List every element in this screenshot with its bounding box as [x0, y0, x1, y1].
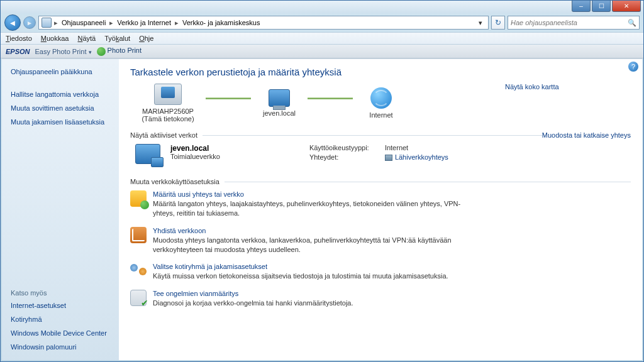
- menu-edit[interactable]: Muokkaa: [41, 35, 69, 42]
- active-network-type: Toimialueverkko: [170, 153, 220, 160]
- active-network-details: Käyttöoikeustyyppi: Internet Yhteydet: L…: [309, 144, 448, 163]
- task-connect-network-link[interactable]: Yhdistä verkkoon: [153, 227, 480, 234]
- access-type-label: Käyttöoikeustyyppi:: [309, 144, 385, 151]
- breadcrumb-level1[interactable]: Verkko ja Internet: [116, 19, 172, 26]
- task-homegroup-desc: Käytä muissa verkon tietokoneissa sijait…: [153, 272, 448, 281]
- tasks-list: Määritä uusi yhteys tai verkko Määritä l…: [130, 190, 631, 308]
- show-full-map-link[interactable]: Näytä koko kartta: [505, 83, 559, 90]
- content-area: Ohjauspaneelin pääikkuna Hallitse langat…: [2, 58, 642, 360]
- control-panel-icon: [42, 18, 52, 28]
- active-network-row: jeven.local Toimialueverkko Käyttöoikeus…: [135, 144, 631, 164]
- menu-view[interactable]: Näytä: [77, 35, 96, 42]
- task-homegroup-link[interactable]: Valitse kotiryhmä ja jakamisasetukset: [153, 263, 448, 270]
- sidebar-item-adapter-settings[interactable]: Muuta sovittimen asetuksia: [11, 104, 113, 112]
- photo-print-button[interactable]: Photo Print: [97, 47, 142, 55]
- close-button[interactable]: ✕: [612, 1, 641, 12]
- topo-pc-sub: (Tämä tietokone): [130, 115, 206, 123]
- lan-icon: [385, 155, 392, 161]
- sidebar-item-advanced-sharing[interactable]: Muuta jakamisen lisäasetuksia: [11, 118, 113, 126]
- maximize-button[interactable]: ☐: [592, 1, 611, 12]
- nav-back-button[interactable]: ◄: [4, 14, 21, 31]
- setup-connection-icon: [130, 190, 147, 207]
- change-settings-header: Muuta verkkokäyttöasetuksia: [130, 178, 631, 185]
- task-connect-network: Yhdistä verkkoon Muodosta yhteys langato…: [130, 227, 631, 255]
- chevron-down-icon: ▾: [89, 49, 92, 55]
- task-troubleshoot: Tee ongelmien vianmääritys Diagnosoi ja …: [130, 290, 631, 308]
- active-network-info: jeven.local Toimialueverkko: [170, 144, 220, 160]
- task-setup-connection-link[interactable]: Määritä uusi yhteys tai verkko: [153, 190, 480, 198]
- network-icon: [269, 89, 290, 107]
- task-troubleshoot-link[interactable]: Tee ongelmien vianmääritys: [153, 290, 353, 297]
- computer-icon: [154, 84, 182, 105]
- refresh-button[interactable]: ↻: [491, 16, 505, 30]
- connect-disconnect-link[interactable]: Muodosta tai katkaise yhteys: [542, 131, 631, 139]
- minimize-button[interactable]: –: [572, 1, 591, 12]
- change-settings-label: Muuta verkkokäyttöasetuksia: [130, 178, 219, 185]
- search-input[interactable]: Hae ohjauspaneelista 🔍: [508, 16, 640, 30]
- sidebar: Ohjauspaneelin pääikkuna Hallitse langat…: [2, 59, 119, 360]
- search-placeholder: Hae ohjauspaneelista: [511, 19, 577, 26]
- domain-network-icon: [135, 144, 160, 164]
- nav-forward-button[interactable]: ►: [23, 16, 36, 29]
- topo-domain-label: jeven.local: [251, 109, 308, 117]
- epson-brand: EPSON: [6, 48, 30, 55]
- photo-print-icon: [97, 47, 106, 56]
- address-bar[interactable]: ▸ Ohjauspaneeli ▸ Verkko ja Internet ▸ V…: [38, 16, 489, 30]
- breadcrumb-level2[interactable]: Verkko- ja jakamiskeskus: [181, 19, 262, 26]
- window-controls: – ☐ ✕: [570, 1, 641, 12]
- epson-toolbar: EPSON Easy Photo Print ▾ Photo Print: [1, 45, 643, 58]
- divider: [225, 182, 631, 182]
- connection-link[interactable]: Lähiverkkoyhteys: [385, 153, 448, 161]
- sidebar-item-control-panel-home[interactable]: Ohjauspaneelin pääikkuna: [11, 68, 113, 75]
- see-also-homegroup[interactable]: Kotiryhmä: [11, 315, 113, 323]
- topo-internet: Internet: [353, 87, 409, 119]
- window-frame: – ☐ ✕ ◄ ► ▸ Ohjauspaneeli ▸ Verkko ja In…: [0, 0, 644, 362]
- active-networks-header: Näytä aktiiviset verkot Muodosta tai kat…: [130, 131, 631, 139]
- connect-network-icon: [130, 227, 147, 243]
- globe-icon: [370, 87, 392, 109]
- see-also-internet-options[interactable]: Internet-asetukset: [11, 302, 113, 309]
- topo-internet-label: Internet: [353, 111, 409, 119]
- connections-label: Yhteydet:: [309, 153, 385, 161]
- sidebar-item-manage-wireless[interactable]: Hallitse langattomia verkkoja: [11, 90, 113, 98]
- nav-bar: ◄ ► ▸ Ohjauspaneeli ▸ Verkko ja Internet…: [1, 13, 643, 32]
- homegroup-icon: [130, 263, 147, 279]
- menu-tools[interactable]: Työkalut: [104, 35, 130, 42]
- titlebar[interactable]: – ☐ ✕: [1, 1, 643, 13]
- chevron-right-icon: ▸: [54, 19, 58, 27]
- easy-photo-print-menu[interactable]: Easy Photo Print ▾: [35, 48, 92, 55]
- help-icon[interactable]: ?: [628, 62, 638, 72]
- main-panel: ? Tarkastele verkon perustietoja ja määr…: [119, 59, 642, 360]
- chevron-right-icon: ▸: [175, 19, 179, 27]
- topo-domain: jeven.local: [251, 89, 308, 117]
- address-dropdown-icon[interactable]: ▾: [475, 19, 486, 27]
- topo-link-icon: [206, 92, 251, 104]
- search-icon[interactable]: 🔍: [628, 19, 636, 27]
- active-networks-label: Näytä aktiiviset verkot: [130, 131, 197, 139]
- breadcrumb-root[interactable]: Ohjauspaneeli: [60, 19, 107, 26]
- topo-this-pc: MARIAHP2560P (Tämä tietokone): [130, 84, 206, 123]
- task-connect-network-desc: Muodosta yhteys langatonta verkkoa, lank…: [153, 236, 480, 255]
- task-setup-connection-desc: Määritä langaton yhteys, laajakaistayhte…: [153, 199, 480, 218]
- task-setup-connection: Määritä uusi yhteys tai verkko Määritä l…: [130, 190, 631, 218]
- menu-help[interactable]: Ohje: [139, 35, 153, 42]
- task-homegroup: Valitse kotiryhmä ja jakamisasetukset Kä…: [130, 263, 631, 281]
- menu-file[interactable]: Tiedosto: [6, 35, 32, 42]
- topo-pc-name: MARIAHP2560P: [130, 107, 206, 115]
- see-also-firewall[interactable]: Windowsin palomuuri: [11, 343, 113, 351]
- task-troubleshoot-desc: Diagnosoi ja korjaa verkko-ongelmia tai …: [153, 299, 353, 308]
- page-title: Tarkastele verkon perustietoja ja määrit…: [130, 67, 631, 77]
- menu-bar: Tiedosto Muokkaa Näytä Työkalut Ohje: [1, 32, 643, 45]
- troubleshoot-icon: [130, 290, 147, 306]
- topo-link-icon: [308, 92, 353, 104]
- see-also-wmdc[interactable]: Windows Mobile Device Center: [11, 329, 113, 337]
- divider: [203, 135, 542, 136]
- active-network-name: jeven.local: [170, 144, 220, 153]
- access-type-value: Internet: [385, 144, 408, 151]
- chevron-right-icon: ▸: [109, 19, 113, 27]
- see-also-header: Katso myös: [11, 289, 113, 297]
